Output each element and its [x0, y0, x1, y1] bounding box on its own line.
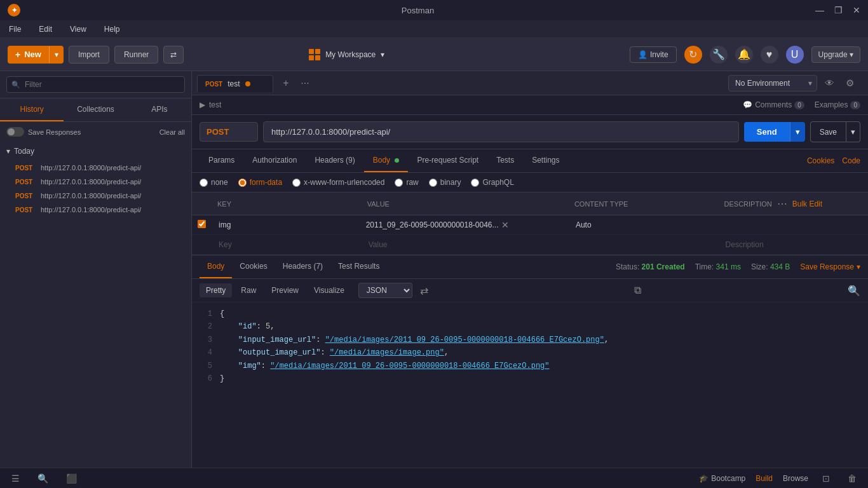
- tab-settings[interactable]: Settings: [523, 149, 568, 172]
- list-item[interactable]: POST http://127.0.0.1:8000/predict-api/: [0, 203, 191, 217]
- fmt-tab-visualize[interactable]: Visualize: [308, 283, 351, 297]
- wrench-icon[interactable]: 🔧: [710, 46, 728, 64]
- body-option-binary[interactable]: binary: [429, 178, 461, 187]
- radio-raw[interactable]: [395, 179, 403, 187]
- radio-graphql[interactable]: [471, 179, 479, 187]
- search-bottom-icon[interactable]: 🔍: [34, 472, 52, 485]
- resp-tab-body[interactable]: Body: [200, 255, 232, 278]
- toggle-switch[interactable]: [6, 127, 24, 137]
- new-button-main[interactable]: + New: [8, 46, 49, 64]
- fmt-tab-preview[interactable]: Preview: [265, 283, 305, 297]
- bulk-edit-button[interactable]: Bulk Edit: [792, 200, 822, 208]
- heart-icon[interactable]: ♥: [761, 46, 778, 64]
- send-dropdown-button[interactable]: ▾: [790, 122, 805, 142]
- comments-button[interactable]: 💬 Comments 0: [743, 100, 804, 109]
- radio-form-data[interactable]: [238, 179, 247, 187]
- method-select[interactable]: POST GET PUT DELETE PATCH: [200, 122, 258, 142]
- more-options-button[interactable]: ⋯: [777, 198, 787, 210]
- radio-none[interactable]: [200, 179, 208, 187]
- cookies-button[interactable]: Cookies: [807, 156, 834, 165]
- menu-edit[interactable]: Edit: [35, 24, 56, 35]
- build-link[interactable]: Build: [756, 474, 773, 483]
- eye-icon[interactable]: 👁: [821, 75, 837, 92]
- examples-button[interactable]: Examples 0: [815, 100, 860, 109]
- sync-icon[interactable]: ↻: [684, 46, 702, 64]
- row-checkbox[interactable]: [198, 220, 206, 228]
- description-input[interactable]: [723, 219, 863, 231]
- body-option-none[interactable]: none: [200, 178, 228, 187]
- key-input[interactable]: [216, 219, 356, 231]
- tab-tests[interactable]: Tests: [487, 149, 523, 172]
- search-response-button[interactable]: 🔍: [848, 285, 860, 297]
- sidebar-toggle-icon[interactable]: ☰: [8, 472, 24, 485]
- format-select[interactable]: JSON XML HTML Text: [358, 283, 412, 298]
- sidebar-tab-collections[interactable]: Collections: [64, 98, 127, 121]
- new-button[interactable]: + New ▾: [8, 46, 64, 64]
- settings-icon[interactable]: ⚙: [841, 75, 858, 92]
- new-button-arrow[interactable]: ▾: [49, 46, 64, 63]
- trash-icon[interactable]: 🗑: [844, 472, 860, 485]
- sidebar-section-today[interactable]: ▾ Today: [0, 142, 191, 161]
- tab-params[interactable]: Params: [200, 149, 243, 172]
- upgrade-button[interactable]: Upgrade ▾: [811, 46, 860, 63]
- sidebar-tab-history[interactable]: History: [0, 98, 64, 121]
- tab-body[interactable]: Body: [364, 149, 409, 172]
- content-type-input[interactable]: [573, 219, 713, 231]
- new-value-input[interactable]: [366, 239, 563, 250]
- more-tabs-button[interactable]: ···: [297, 76, 313, 91]
- list-item[interactable]: POST http://127.0.0.1:8000/predict-api/: [0, 175, 191, 189]
- environment-select[interactable]: No Environment: [728, 75, 817, 92]
- send-button[interactable]: Send: [744, 122, 790, 142]
- fmt-tab-raw[interactable]: Raw: [234, 283, 262, 297]
- clear-all-button[interactable]: Clear all: [159, 128, 185, 136]
- bootcamp-link[interactable]: 🎓 Bootcamp: [699, 474, 745, 483]
- request-tab[interactable]: POST test: [197, 75, 273, 92]
- layout-button[interactable]: ⇄: [163, 46, 184, 64]
- save-response-button[interactable]: Save Response ▾: [800, 262, 860, 271]
- menu-help[interactable]: Help: [100, 24, 124, 35]
- body-option-urlencoded[interactable]: x-www-form-urlencoded: [292, 178, 384, 187]
- save-dropdown-button[interactable]: ▾: [846, 121, 860, 142]
- search-input[interactable]: [6, 76, 185, 93]
- notification-icon[interactable]: 🔔: [735, 46, 753, 64]
- tab-authorization[interactable]: Authorization: [243, 149, 306, 172]
- maximize-button[interactable]: ❐: [834, 5, 843, 15]
- resp-tab-headers[interactable]: Headers (7): [275, 255, 330, 278]
- menu-view[interactable]: View: [66, 24, 90, 35]
- body-option-graphql[interactable]: GraphQL: [471, 178, 513, 187]
- wrap-lines-icon[interactable]: ⇄: [420, 285, 428, 297]
- user-avatar[interactable]: U: [786, 46, 804, 64]
- import-button[interactable]: Import: [69, 46, 109, 64]
- radio-urlencoded[interactable]: [292, 179, 301, 187]
- sidebar-tab-apis[interactable]: APIs: [128, 98, 191, 121]
- output-image-url-link[interactable]: "/media/images/image.png": [330, 348, 444, 357]
- save-button[interactable]: Save: [810, 121, 846, 142]
- body-option-form-data[interactable]: form-data: [238, 178, 282, 187]
- console-icon[interactable]: ⬛: [62, 472, 81, 485]
- add-tab-button[interactable]: +: [278, 76, 294, 91]
- url-input[interactable]: [263, 121, 739, 142]
- runner-button[interactable]: Runner: [114, 46, 158, 64]
- tab-pre-request-script[interactable]: Pre-request Script: [408, 149, 487, 172]
- remove-value-button[interactable]: ✕: [501, 220, 509, 230]
- code-button[interactable]: Code: [842, 156, 860, 165]
- close-button[interactable]: ✕: [853, 5, 860, 15]
- browse-link[interactable]: Browse: [783, 474, 808, 483]
- resp-tab-cookies[interactable]: Cookies: [232, 255, 275, 278]
- invite-button[interactable]: 👤 Invite: [630, 46, 677, 63]
- img-url-link[interactable]: "/media/images/2011_09_26-0095-000000001…: [270, 362, 549, 370]
- tab-headers[interactable]: Headers (9): [306, 149, 363, 172]
- minimize-button[interactable]: —: [815, 5, 824, 15]
- workspace-selector[interactable]: My Workspace ▾: [309, 49, 384, 60]
- menu-file[interactable]: File: [5, 24, 25, 35]
- resp-tab-test-results[interactable]: Test Results: [330, 255, 387, 278]
- body-option-raw[interactable]: raw: [395, 178, 418, 187]
- fmt-tab-pretty[interactable]: Pretty: [200, 283, 232, 297]
- new-description-input[interactable]: [723, 239, 863, 250]
- input-image-url-link[interactable]: "/media/images/2011_09_26-0095-000000001…: [325, 336, 604, 344]
- radio-binary[interactable]: [429, 179, 437, 187]
- copy-response-button[interactable]: ⧉: [634, 285, 641, 296]
- viewport-icon[interactable]: ⊡: [818, 472, 834, 485]
- list-item[interactable]: POST http://127.0.0.1:8000/predict-api/: [0, 161, 191, 175]
- list-item[interactable]: POST http://127.0.0.1:8000/predict-api/: [0, 189, 191, 203]
